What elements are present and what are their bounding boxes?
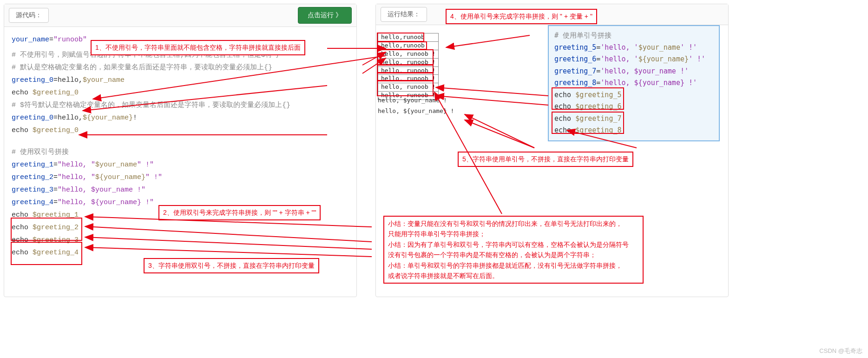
code-token: ' !'	[680, 43, 697, 52]
code-token: $your_name	[95, 161, 137, 169]
code-token: ${your_name}	[638, 55, 689, 63]
code-token: =hello,	[53, 114, 83, 122]
code-token: "hello, "	[58, 173, 95, 181]
box-o1	[377, 33, 424, 42]
result-panel: 运行结果： 4、使用单引号来完成字符串拼接，则 '' + 变量 + '' hel…	[375, 4, 729, 297]
annotation-2: 2、使用双引号来完成字符串拼接，则 "" + 字符串 + ""	[158, 205, 321, 220]
code-token: ${your_name}	[83, 114, 133, 122]
source-body: your_name="runoob" # 不使用引号，则赋值号右边的字符串中不能…	[4, 27, 356, 297]
code-token: greeting_4	[12, 199, 53, 206]
code-token: =	[596, 67, 600, 75]
code-token: $your_name	[83, 76, 125, 84]
code-token: greeting_0	[12, 76, 53, 84]
code-token: =	[596, 79, 600, 87]
annotation-1: 1、不使用引号，字符串里面就不能包含空格，字符串拼接就直接接后面	[91, 40, 305, 55]
code-token: echo	[12, 89, 33, 97]
code-token: " !"	[137, 161, 154, 169]
code-comment: # 使用单引号拼接	[554, 30, 713, 42]
code-token: echo	[12, 126, 33, 134]
code-comment: # 使用双引号拼接	[12, 146, 349, 159]
code-token: greeting_7	[554, 67, 596, 75]
annotation-3: 3、字符串使用双引号，不拼接，直接在字符串内打印变量	[144, 258, 319, 273]
source-label: 源代码：	[9, 8, 49, 23]
single-quote-code: # 使用单引号拼接 greeting_5='hello, '$your_name…	[548, 25, 720, 141]
code-token: greeting_5	[554, 43, 596, 52]
source-header: 源代码： 点击运行 》	[4, 4, 356, 27]
summary-line: 小结：变量只能在没有引号和双引号的情况打印出来，在单引号无法打印出来的，	[388, 219, 639, 229]
code-token: =	[53, 173, 58, 181]
code-token: "hello, "	[58, 161, 95, 169]
run-button[interactable]: 点击运行 》	[298, 7, 352, 24]
code-token: "runoob"	[53, 36, 87, 44]
code-token: 'hello, '	[600, 55, 638, 63]
code-token: =	[49, 36, 53, 44]
box-echo34	[11, 242, 82, 265]
box-o5	[377, 65, 434, 73]
code-token: $greeting_0	[33, 126, 79, 134]
summary-line: 小结：因为有了单引号和双引号，字符串内可以有空格，空格不会被认为是分隔符号	[388, 239, 639, 250]
code-token: "hello, ${your_name} !"	[58, 199, 154, 206]
code-token: your_name	[12, 36, 49, 44]
code-token: =	[596, 55, 600, 63]
code-token: greeting_1	[12, 161, 53, 169]
code-token: greeting_6	[554, 55, 596, 63]
code-token: greeting_0	[12, 114, 53, 122]
box-o6	[377, 73, 434, 81]
summary-line: 没有引号包裹的一个字符串内是不能有空格的，会被认为是两个字符串；	[388, 250, 639, 260]
code-token: 'hello, ${your_name} !'	[600, 79, 697, 87]
annotation-4: 4、使用单引号来完成字符串拼接，则 '' + 变量 + ''	[446, 9, 597, 24]
code-token: ${your_name}	[95, 173, 145, 181]
summary-box: 小结：变量只能在没有引号和双引号的情况打印出来，在单引号无法打印出来的， 只能用…	[383, 216, 644, 284]
output-line: hello, $your_name !	[378, 95, 454, 106]
code-token: 'hello, '	[600, 43, 638, 52]
code-token: greeting_2	[12, 173, 53, 181]
box-o34	[377, 49, 434, 65]
code-token: greeting_3	[12, 186, 53, 194]
output-line: hello, ${your_name} !	[378, 106, 454, 116]
summary-line: 只能用字符串单引号字符串拼接；	[388, 229, 639, 239]
code-token: $your_name	[638, 43, 680, 52]
output-plain: hello, $your_name ! hello, ${your_name} …	[378, 95, 454, 117]
code-token: !	[133, 114, 137, 122]
code-comment: # $符号默认是空格确定变量名的，如果变量名后面还是字符串，要读取的变量必须加上…	[12, 99, 349, 112]
source-panel: 源代码： 点击运行 》 your_name="runoob" # 不使用引号，则…	[4, 4, 357, 297]
box-echo12	[11, 218, 82, 241]
code-token: $greeting_0	[33, 89, 79, 97]
code-token: =	[53, 199, 58, 206]
layout: 源代码： 点击运行 》 your_name="runoob" # 不使用引号，则…	[4, 4, 864, 297]
box-echo78	[552, 112, 624, 134]
code-token: greeting_8	[554, 79, 596, 87]
result-body: 4、使用单引号来完成字符串拼接，则 '' + 变量 + '' hello,run…	[376, 25, 728, 285]
code-comment: # 默认是空格确定变量名的，如果变量名后面还是字符串，要读取的变量必须加上{}	[12, 61, 349, 74]
result-label: 运行结果：	[381, 7, 427, 22]
code-token: =	[53, 161, 58, 169]
summary-line: 小结：单引号和双引号的字符串拼接都是就近匹配，没有引号无法做字符串拼接，	[388, 260, 639, 271]
box-echo56	[552, 87, 624, 110]
code-token: "hello, $your_name !"	[58, 186, 145, 194]
annotation-5: 5、字符串使用单引号，不拼接，直接在字符串内打印变量	[458, 152, 633, 167]
box-o2	[377, 41, 427, 50]
box-o78	[377, 80, 434, 96]
summary-line: 或者说字符串拼接就是不断写在后面。	[388, 271, 639, 281]
code-token: ' !'	[689, 55, 705, 63]
code-token: =hello,	[53, 76, 83, 84]
code-token: =	[596, 43, 600, 52]
code-token: " !"	[145, 173, 162, 181]
code-token: =	[53, 186, 58, 194]
code-token: 'hello, $your_name !'	[600, 67, 689, 75]
